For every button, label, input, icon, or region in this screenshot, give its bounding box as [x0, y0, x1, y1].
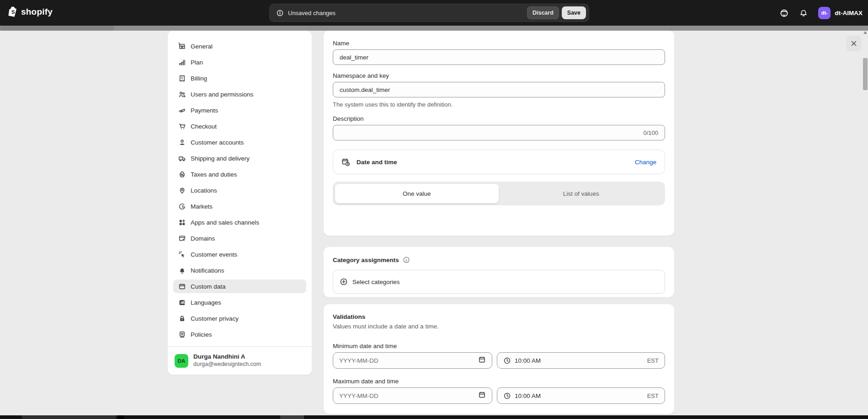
sidebar-item-apps-channels[interactable]: Apps and sales channels [173, 215, 306, 229]
sidebar-item-label: Locations [191, 187, 217, 194]
max-date-input[interactable]: YYYY-MM-DD [333, 387, 492, 404]
sidebar-item-label: Plan [191, 59, 203, 66]
min-date-placeholder: YYYY-MM-DD [339, 357, 378, 364]
sidebar-item-label: Notifications [191, 267, 224, 274]
map-pin-icon [178, 186, 186, 194]
sidebar-item-customer-accounts[interactable]: Customer accounts [173, 135, 306, 149]
definition-card: Name deal_timer Namespace and key custom… [324, 31, 674, 236]
settings-sidebar: General Plan $ Billing Users and permiss… [168, 31, 312, 375]
sidebar-item-domains[interactable]: Domains [173, 231, 306, 245]
sidebar-item-markets[interactable]: $ Markets [173, 199, 306, 213]
user-email: durga@wedesigntech.com [193, 361, 261, 368]
namespace-input[interactable]: custom.deal_timer [333, 82, 665, 97]
svg-text:$: $ [181, 76, 183, 80]
sidebar-item-label: Languages [191, 299, 221, 306]
sidebar-item-label: Billing [191, 75, 207, 82]
save-button[interactable]: Save [562, 6, 586, 19]
sidebar-item-custom-data[interactable]: Custom data [173, 279, 306, 293]
description-counter: 0/100 [643, 129, 658, 136]
sidebar-item-notifications[interactable]: Notifications [173, 263, 306, 277]
description-label: Description [333, 115, 665, 122]
min-time-input[interactable]: 10:00 AM EST [497, 352, 665, 369]
info-icon[interactable] [403, 256, 410, 263]
store-icon [178, 42, 186, 50]
sidebar-item-label: Users and permissions [191, 91, 253, 98]
user-name: Durga Nandhini A [193, 353, 261, 361]
namespace-value: custom.deal_timer [340, 86, 390, 93]
sidebar-item-plan[interactable]: Plan [173, 55, 306, 69]
sidebar-item-label: Domains [191, 235, 215, 242]
document-icon [178, 330, 186, 338]
discard-button[interactable]: Discard [527, 6, 559, 19]
namespace-label: Namespace and key [333, 72, 665, 79]
max-datetime-label: Maximum date and time [333, 378, 665, 385]
cursor-click-icon [178, 250, 186, 258]
min-date-input[interactable]: YYYY-MM-DD [333, 352, 492, 369]
sidebar-item-languages[interactable]: A Languages [173, 295, 306, 309]
user-avatar: DA [175, 354, 188, 368]
credit-card-icon [178, 106, 186, 114]
calendar-icon [478, 391, 486, 400]
store-avatar: dt- [818, 7, 831, 19]
name-input[interactable]: deal_timer [333, 49, 665, 65]
scrollbar-thumb[interactable] [863, 58, 868, 90]
clock-icon [503, 357, 511, 365]
sidebar-item-payments[interactable]: Payments [173, 103, 306, 117]
sidebar-item-label: Customer accounts [191, 139, 244, 146]
person-icon [178, 138, 186, 146]
sidebar-item-locations[interactable]: Locations [173, 183, 306, 197]
list-of-values-segment[interactable]: List of values [499, 183, 664, 204]
calendar-clock-icon [341, 158, 350, 167]
sidebar-item-billing[interactable]: $ Billing [173, 71, 306, 85]
sidebar-user[interactable]: DA Durga Nandhini A durga@wedesigntech.c… [168, 347, 312, 375]
svg-text:A: A [180, 301, 183, 305]
divider-band [0, 26, 868, 31]
apps-grid-icon [178, 218, 186, 226]
sidebar-item-label: Markets [191, 203, 213, 210]
bell-icon [178, 266, 186, 274]
value-mode-toggle: One value List of values [333, 182, 665, 205]
metaobject-card-icon [178, 282, 186, 290]
sidebar-item-label: Checkout [191, 123, 217, 130]
unsaved-changes-text: Unsaved changes [288, 10, 527, 16]
store-menu[interactable]: dt- dt-AIMAX [818, 7, 863, 19]
sidebar-item-label: General [191, 43, 213, 50]
assistant-face-icon[interactable] [779, 8, 789, 18]
scrollbar-up-arrow[interactable] [863, 31, 867, 34]
select-categories-button[interactable]: Select categories [333, 270, 665, 294]
validations-subtitle: Values must include a date and a time. [333, 323, 665, 330]
shopify-wordmark: shopify [21, 7, 53, 17]
unsaved-changes-bar: Unsaved changes Discard Save [269, 4, 589, 22]
close-icon [851, 40, 857, 47]
close-button[interactable] [846, 36, 862, 51]
svg-text:S: S [11, 9, 15, 15]
shopify-logo[interactable]: S shopify [7, 6, 53, 18]
one-value-segment[interactable]: One value [335, 183, 499, 204]
alert-bubble-icon [276, 9, 284, 17]
description-input[interactable]: 0/100 [333, 125, 665, 140]
calendar-icon [478, 356, 486, 365]
max-time-input[interactable]: 10:00 AM EST [497, 387, 665, 404]
sidebar-item-general[interactable]: General [173, 39, 306, 53]
name-value: deal_timer [340, 54, 368, 61]
sidebar-item-customer-events[interactable]: Customer events [173, 247, 306, 261]
sidebar-item-customer-privacy[interactable]: Customer privacy [173, 312, 306, 325]
users-icon [178, 90, 186, 98]
sidebar-item-users-permissions[interactable]: Users and permissions [173, 87, 306, 101]
sidebar-item-label: Apps and sales channels [191, 219, 259, 226]
plus-circle-icon [340, 278, 348, 286]
sidebar-item-taxes[interactable]: Taxes and duties [173, 167, 306, 181]
sidebar-item-policies[interactable]: Policies [173, 328, 306, 341]
content-type-row: Date and time Change [333, 150, 665, 174]
sidebar-item-label: Taxes and duties [191, 171, 237, 178]
money-bag-icon [178, 170, 186, 178]
globe-dollar-icon: $ [178, 202, 186, 210]
cart-icon [178, 122, 186, 130]
notifications-bell-icon[interactable] [799, 8, 808, 17]
change-type-link[interactable]: Change [635, 159, 656, 166]
sidebar-item-shipping[interactable]: Shipping and delivery [173, 151, 306, 165]
sidebar-item-label: Shipping and delivery [191, 155, 250, 162]
validations-title: Validations [333, 313, 665, 320]
sidebar-item-checkout[interactable]: Checkout [173, 119, 306, 133]
taskbar-sliver [0, 415, 868, 419]
